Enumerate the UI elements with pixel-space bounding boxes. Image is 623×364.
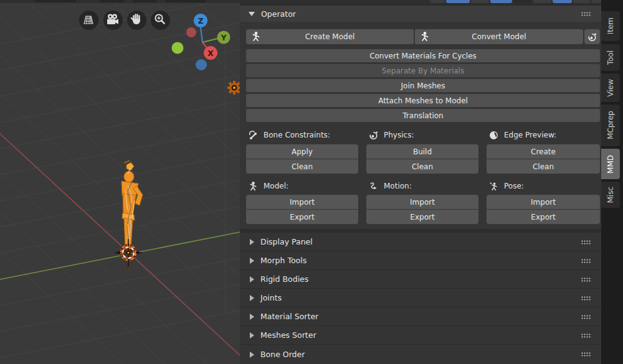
panel-drag-grip[interactable] — [581, 259, 591, 263]
3d-viewport[interactable]: Z Y X — [0, 0, 240, 364]
grid-perspective-icon — [79, 11, 98, 29]
svg-text:Z: Z — [198, 17, 204, 26]
header-button-sliver — [430, 0, 445, 3]
tab-tool[interactable]: Tool — [601, 44, 620, 71]
separate-by-materials-button[interactable]: Separate By Materials — [246, 64, 600, 77]
button-label: Attach Meshes to Model — [378, 96, 468, 105]
header-button-sliver — [471, 0, 489, 3]
svg-text:X: X — [207, 49, 214, 58]
viewport-header-edge — [0, 0, 240, 3]
header-toggle-sliver — [490, 0, 512, 3]
tab-mcprep[interactable]: MCprep — [601, 105, 620, 146]
convert-model-button[interactable]: Convert Model — [415, 29, 583, 44]
operator-panel-body: Create Model Convert Model — [240, 22, 601, 229]
bone-constraints-clean-button[interactable]: Clean — [246, 159, 358, 174]
armature-icon — [419, 31, 430, 42]
gizmo-y-ball[interactable]: Y — [217, 31, 231, 44]
sidebar-tab-strip: Item Tool View MCprep MMD Misc — [601, 0, 623, 364]
pose-label: Pose: — [488, 180, 524, 192]
join-meshes-button[interactable]: Join Meshes — [246, 79, 600, 92]
disclosure-closed-icon — [250, 258, 254, 264]
camera-icon — [103, 11, 122, 29]
tab-misc[interactable]: Misc — [601, 182, 620, 208]
header-button-sliver — [165, 0, 206, 2]
physics-toggle-button[interactable] — [584, 29, 600, 44]
edge-preview-icon — [488, 130, 499, 141]
panel-drag-grip[interactable] — [581, 12, 591, 16]
panel-drag-grip[interactable] — [581, 240, 591, 245]
grid-perspective-button[interactable] — [79, 11, 98, 30]
panel-drag-grip[interactable] — [581, 334, 591, 338]
panel-display-panel[interactable]: Display Panel — [240, 233, 601, 251]
disclosure-closed-icon — [250, 295, 254, 301]
physics-icon — [368, 130, 379, 141]
panel-drag-grip[interactable] — [581, 296, 591, 301]
header-toggle-sliver — [553, 0, 572, 3]
axis-gizmo[interactable]: Z Y X — [168, 11, 238, 75]
sidebar-panel: Operator Create Model — [240, 0, 601, 364]
model-label: Model: — [248, 180, 288, 192]
motion-import-button[interactable]: Import — [366, 195, 478, 209]
panel-drag-grip[interactable] — [581, 315, 591, 319]
edge-preview-clean-button[interactable]: Clean — [487, 159, 600, 174]
header-toggle-sliver — [446, 0, 470, 3]
translation-button[interactable]: Translation — [246, 109, 600, 122]
create-model-button[interactable]: Create Model — [246, 29, 414, 44]
header-button-sliver — [34, 0, 76, 2]
disclosure-open-icon — [249, 12, 255, 16]
panel-drag-grip[interactable] — [581, 352, 591, 357]
armature-icon — [250, 31, 262, 42]
panel-joints[interactable]: Joints — [240, 289, 601, 307]
physics-build-button[interactable]: Build — [366, 144, 478, 159]
gizmo-neg-x-ball[interactable] — [186, 27, 196, 37]
header-button-sliver — [513, 0, 531, 3]
button-label: Convert Materials For Cycles — [369, 52, 477, 60]
gizmo-x-ball[interactable]: X — [204, 46, 217, 60]
camera-view-button[interactable] — [103, 11, 123, 30]
zoom-button[interactable] — [151, 11, 170, 30]
pose-export-button[interactable]: Export — [487, 210, 600, 224]
edge-preview-label: Edge Preview: — [488, 129, 556, 141]
edge-preview-create-button[interactable]: Create — [487, 144, 600, 159]
blender-window: Z Y X Operator — [0, 0, 623, 364]
panel-material-sorter[interactable]: Material Sorter — [240, 307, 601, 326]
armature-icon — [248, 181, 259, 192]
convert-model-label: Convert Model — [472, 32, 526, 41]
physics-clean-button[interactable]: Clean — [366, 159, 478, 174]
y-axis-line — [0, 232, 240, 279]
motion-export-button[interactable]: Export — [366, 210, 478, 224]
pan-hand-button[interactable] — [127, 11, 146, 30]
panel-bone-order[interactable]: Bone Order — [240, 345, 601, 364]
tab-mmd[interactable]: MMD — [601, 149, 620, 179]
sidebar-header-edge — [240, 0, 601, 3]
gizmo-z-ball[interactable]: Z — [194, 14, 207, 27]
panel-drag-grip[interactable] — [581, 278, 591, 282]
gizmo-neg-z-ball[interactable] — [196, 59, 207, 70]
model-import-button[interactable]: Import — [246, 195, 358, 209]
bone-constraints-apply-button[interactable]: Apply — [246, 144, 358, 159]
panel-title: Operator — [261, 9, 296, 19]
header-button-sliver — [100, 0, 125, 2]
convert-materials-button[interactable]: Convert Materials For Cycles — [246, 49, 600, 62]
attach-meshes-button[interactable]: Attach Meshes to Model — [246, 94, 600, 107]
header-button-sliver — [592, 0, 601, 3]
zoom-plus-icon — [151, 11, 169, 29]
create-model-label: Create Model — [305, 32, 355, 41]
motion-curve-icon — [368, 181, 379, 192]
operator-panel-header[interactable]: Operator — [240, 6, 601, 22]
header-button-sliver — [133, 0, 157, 2]
model-export-button[interactable]: Export — [246, 210, 358, 224]
pose-import-button[interactable]: Import — [487, 195, 600, 209]
disclosure-closed-icon — [250, 352, 254, 358]
panel-morph-tools[interactable]: Morph Tools — [240, 251, 601, 270]
hand-icon — [127, 11, 146, 29]
pose-icon — [488, 181, 499, 192]
gear-object[interactable] — [227, 81, 240, 95]
tab-item[interactable]: Item — [601, 11, 620, 41]
panel-rigid-bodies[interactable]: Rigid Bodies — [240, 270, 601, 289]
bone-constraint-icon — [248, 130, 259, 141]
tab-view[interactable]: View — [601, 73, 620, 102]
panel-meshes-sorter[interactable]: Meshes Sorter — [240, 326, 601, 345]
gizmo-neg-y-ball[interactable] — [172, 42, 184, 54]
svg-text:Y: Y — [221, 34, 227, 42]
